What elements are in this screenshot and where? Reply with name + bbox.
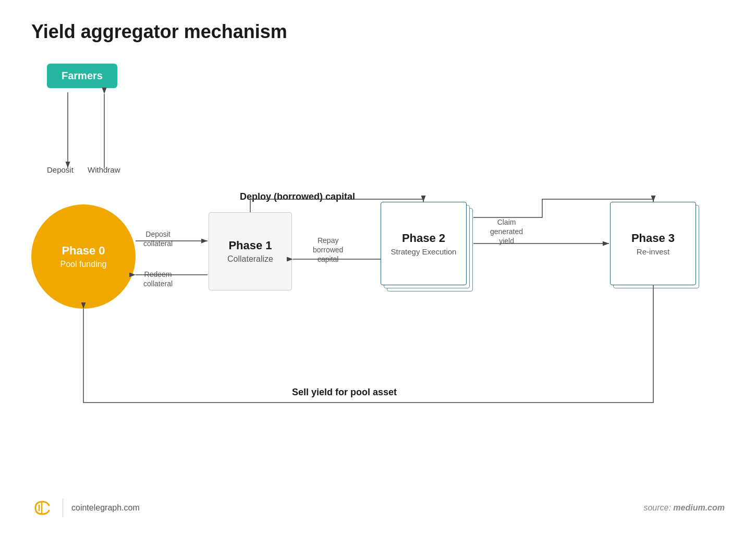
diagram-area: Farmers Deposit Withdraw Phase 0 Pool fu… — [31, 64, 725, 470]
phase1-box: Phase 1 Collateralize — [209, 212, 292, 290]
repay-borrowed-text: Repayborrowedcapital — [313, 236, 343, 263]
withdraw-label: Withdraw — [88, 165, 120, 174]
deposit-collateral-label: Depositcollateral — [143, 229, 173, 248]
footer-source-prefix: source: — [643, 503, 670, 512]
sell-yield-label: Sell yield for pool asset — [292, 387, 397, 398]
footer-source: source: medium.com — [643, 503, 725, 513]
claim-yield-label: Claimgeneratedyield — [490, 217, 523, 246]
phase1-sub: Collateralize — [227, 254, 273, 264]
phase2-label: Phase 2 — [402, 232, 445, 245]
deploy-capital-label: Deploy (borrowed) capital — [240, 191, 355, 202]
farmers-box: Farmers — [47, 64, 117, 88]
phase2-box: Phase 2 Strategy Execution — [381, 202, 467, 285]
phase3-sub: Re-invest — [637, 247, 669, 256]
redeem-collateral-label: Redeemcollateral — [143, 270, 173, 288]
cointelegraph-logo-icon — [31, 496, 54, 519]
repay-borrowed-label: Repayborrowedcapital — [313, 236, 343, 264]
phase0-label: Phase 0 — [62, 244, 105, 258]
phase1-label: Phase 1 — [228, 239, 272, 252]
phase3-box: Phase 3 Re-invest — [610, 202, 696, 285]
page-container: Yield aggregator mechanism Farmers Depos… — [0, 0, 756, 535]
page-title: Yield aggregator mechanism — [31, 21, 725, 43]
phase0-sub: Pool funding — [60, 260, 107, 269]
footer-source-bold: medium.com — [673, 503, 725, 512]
footer-domain: cointelegraph.com — [71, 503, 140, 513]
deposit-label: Deposit — [47, 165, 74, 174]
redeem-collateral-text: Redeemcollateral — [143, 270, 173, 288]
deposit-collateral-text: Depositcollateral — [143, 230, 173, 248]
phase2-sub: Strategy Execution — [391, 247, 457, 256]
footer: cointelegraph.com source: medium.com — [31, 496, 725, 519]
farmers-label: Farmers — [62, 70, 103, 81]
phase0-circle: Phase 0 Pool funding — [31, 204, 136, 309]
footer-left: cointelegraph.com — [31, 496, 140, 519]
footer-divider — [63, 498, 63, 517]
phase3-label: Phase 3 — [631, 232, 675, 245]
claim-yield-text: Claimgeneratedyield — [490, 218, 523, 245]
